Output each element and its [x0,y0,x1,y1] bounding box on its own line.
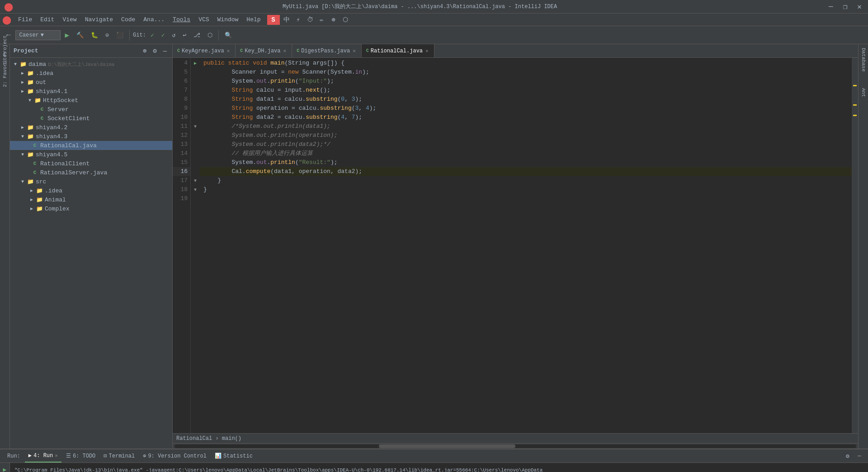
translate-icon[interactable]: ⚡ [293,15,303,25]
tree-server[interactable]: C Server [10,105,172,114]
menu-tools[interactable]: Tools [169,15,194,24]
code-line-18: } [200,185,852,194]
bottom-tab-vcs[interactable]: ⊕ 9: Version Control [139,450,210,463]
tree-label-animal: Animal [45,196,66,203]
tree-shiyan41[interactable]: ▶ 📁 shiyan4.1 [10,87,172,96]
git-label: Git: [133,32,146,38]
project-settings-button[interactable]: ⚙ [151,46,158,56]
scrollbar-track[interactable] [175,444,856,448]
clock-icon[interactable]: ⏱ [305,15,315,25]
git-commit-icon[interactable]: ✓ [159,30,168,40]
tab-close-digestpass[interactable]: ✕ [352,47,357,54]
menu-analyze[interactable]: Ana... [140,15,168,24]
tree-rationalcal[interactable]: C RationalCal.java [10,141,172,150]
menu-window[interactable]: Window [214,15,242,24]
minimize-button[interactable]: — [826,2,836,12]
tree-rationalclient[interactable]: C RationalClient [10,159,172,168]
git-branches-icon[interactable]: ⎇ [191,30,203,40]
tab-label-digestpass: DigestPass.java [301,48,350,54]
java-icon-tab-rationalcal: C [366,48,369,53]
project-collapse-button[interactable]: — [161,47,169,56]
bottom-minimize-button[interactable]: — [854,451,864,461]
tab-rationalcal[interactable]: C RationalCal.java ✕ [362,44,434,58]
tree-label-shiyan45: shiyan4.5 [36,151,67,158]
debug-button[interactable]: 🐛 [88,30,101,40]
tab-close-rationalcal[interactable]: ✕ [425,47,429,54]
tree-src[interactable]: ▼ 📁 src [10,177,172,186]
tree-root[interactable]: ▼ 📁 daima D:\我的大二上\Java\daima [10,60,172,69]
gutter-13 [191,140,200,149]
tab-label-rationalcal: RationalCal.java [371,48,423,54]
title-bar: ⬤ MyUtil.java [D:\我的大二上\Java\daima - ...… [0,0,868,14]
todo-tab-label: 6: TODO [73,453,95,459]
tab-digestpass[interactable]: C DigestPass.java ✕ [292,44,362,58]
tab-keyagree[interactable]: C KeyAgree.java ✕ [173,44,236,58]
scrollbar-thumb[interactable] [379,444,515,448]
tree-shiyan42[interactable]: ▶ 📁 shiyan4.2 [10,123,172,132]
zh-icon[interactable]: 中 [282,15,292,25]
tree-socketclient[interactable]: C SocketClient [10,114,172,123]
tree-shiyan45[interactable]: ▼ 📁 shiyan4.5 [10,150,172,159]
run-config-selector[interactable]: Caeser ▼ [15,30,61,40]
stop-button[interactable]: ⬛ [113,30,126,40]
java-icon-tab-keyagree: C [177,48,180,53]
maximize-button[interactable]: ❐ [840,1,850,12]
menu-vcs[interactable]: VCS [195,15,212,24]
bottom-tab-terminal[interactable]: ⊡ Terminal [100,450,138,463]
menu-edit[interactable]: Edit [37,15,58,24]
bottom-settings-button[interactable]: ⚙ [843,451,853,461]
editor-scrollbar[interactable] [173,443,858,449]
gutter-15 [191,158,200,167]
tree-src-idea[interactable]: ▶ 📁 .idea [10,186,172,195]
right-tab-ant[interactable]: Ant [859,84,868,101]
tree-label-rationalcal: RationalCal.java [40,142,97,149]
git-more-icon[interactable]: ⬡ [205,30,215,40]
tree-arrow-shiyan42: ▶ [19,125,26,130]
right-tab-database[interactable]: Database [859,44,868,75]
build-button[interactable]: 🔨 [74,30,86,40]
run-tab-close[interactable]: ✕ [55,453,58,458]
menu-code[interactable]: Code [118,15,139,24]
tree-out[interactable]: ▶ 📁 out [10,78,172,87]
fold-17[interactable]: ▼ [194,178,197,183]
bottom-tab-run[interactable]: ▶ 4: Run ✕ [25,450,61,463]
git-push-icon[interactable]: ↩ [180,30,189,40]
fold-18[interactable]: ▼ [194,187,197,192]
vcs-tab-label: 9: Version Control [148,453,207,459]
run-arrow-4[interactable]: ▶ [194,61,197,66]
tree-arrow-src: ▼ [19,179,26,184]
git-update-icon[interactable]: ↺ [170,30,179,40]
tree-shiyan43[interactable]: ▼ 📁 shiyan4.3 [10,132,172,141]
close-button[interactable]: ✕ [854,1,864,12]
menu-file[interactable]: File [14,15,36,24]
tree-rationalserver[interactable]: C RationalServer.java [10,168,172,177]
run-button[interactable]: ▶ [62,29,72,41]
connect-icon[interactable]: ⊕ [329,15,339,25]
edit-icon[interactable]: ✏ [317,15,327,25]
menu-help[interactable]: Help [243,15,264,24]
tree-label-server: Server [47,106,69,113]
bottom-panel: Run: ▶ 4: Run ✕ ☰ 6: TODO ⊡ Terminal ⊕ 9… [0,449,868,472]
s-logo-icon[interactable]: S [267,15,280,25]
tab-close-keydh[interactable]: ✕ [283,47,288,54]
tree-animal[interactable]: ▶ 📁 Animal [10,195,172,204]
run-play-button[interactable]: ▶ [0,465,10,472]
menu-navigate[interactable]: Navigate [81,15,117,24]
coverage-button[interactable]: ⊙ [103,30,112,40]
bottom-tab-statistic[interactable]: 📊 Statistic [211,450,256,463]
tab-keydh[interactable]: C Key_DH.java ✕ [236,44,292,58]
code-content[interactable]: public static void main (String args [])… [200,58,852,433]
tree-complex[interactable]: ▶ 📁 Complex [10,204,172,213]
project-add-file-button[interactable]: ⊕ [141,46,148,56]
tab-close-keyagree[interactable]: ✕ [226,47,231,54]
favorites-tab-icon[interactable]: 2: Favorites [1,65,9,73]
menu-view[interactable]: View [59,15,80,24]
tree-httpsocket[interactable]: ▼ 📁 HttpSocket [10,96,172,105]
fold-11[interactable]: ▼ [194,124,197,129]
bottom-tab-todo[interactable]: ☰ 6: TODO [62,450,99,463]
gutter-7 [191,86,200,95]
power-icon[interactable]: ⬡ [340,15,350,25]
tree-idea[interactable]: ▶ 📁 .idea [10,69,172,78]
git-check-icon[interactable]: ✓ [148,30,157,40]
search-everywhere-button[interactable]: 🔍 [222,30,235,40]
